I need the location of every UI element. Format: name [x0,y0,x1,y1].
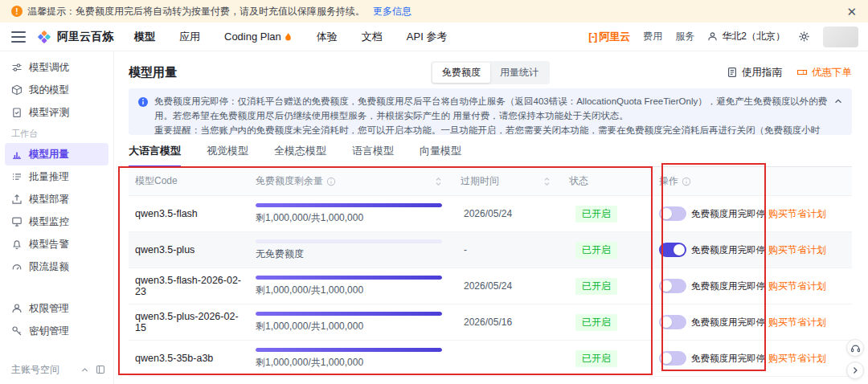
stop-on-exhaust-toggle[interactable] [659,279,686,293]
batch-list-icon [11,171,23,182]
quota-progress-bar [256,239,442,243]
stop-on-exhaust-toggle[interactable] [659,243,686,257]
chevron-up-icon[interactable] [833,96,843,106]
nav-models[interactable]: 模型 [134,30,155,44]
nav-docs[interactable]: 文档 [362,30,383,44]
header-right: [-]阿里云 费用 服务 华北2（北京） [588,27,858,47]
product-logo[interactable]: 阿里云百炼 [37,30,113,44]
nav-playground[interactable]: 体验 [317,30,338,44]
nav-api-reference[interactable]: API 参考 [407,30,448,44]
model-code: qwen3.5-plus [129,244,249,255]
view-switcher: 免费额度 用量统计 [431,61,550,84]
buy-savings-plan-link[interactable]: 购买节省计划 [768,317,826,328]
col-free-quota: 免费额度剩余量 [249,174,454,188]
service-link[interactable]: 服务 [675,30,694,43]
buy-savings-plan-link[interactable]: 购买节省计划 [768,353,826,364]
col-model-code: 模型Code [129,174,249,188]
key-icon [11,325,23,337]
support-headset-icon[interactable] [846,339,864,357]
tab-llm[interactable]: 大语言模型 [129,144,181,167]
col-status: 状态 [563,174,635,188]
page-header: 模型用量 免费额度 用量统计 使用指南 优惠下单 [129,60,852,84]
sidebar-item-rate-limit-quota[interactable]: 限流提额 [0,255,113,278]
billing-link[interactable]: 费用 [643,30,662,43]
sidebar-item-model-deployment[interactable]: 模型部署 [0,188,113,210]
tab-omni[interactable]: 全模态模型 [274,144,326,167]
collapse-panel-icon[interactable] [96,365,105,374]
aliyun-logo[interactable]: [-]阿里云 [588,30,630,44]
notice-banner: ! 温馨提示：免费额度用完后将自动转为按量付费，请及时充值以保障服务持续。 更多… [0,0,868,22]
discount-order-link[interactable]: 优惠下单 [796,66,852,80]
stop-on-exhaust-toggle[interactable] [659,206,686,221]
tab-vision[interactable]: 视觉模型 [207,144,248,167]
table-row: qwen3.5-flash-2026-02-23 剩1,000,000/共1,0… [129,268,852,304]
nav-apps[interactable]: 应用 [179,30,200,44]
tab-usage-stats[interactable]: 用量统计 [490,63,548,83]
sidebar-item-key-management[interactable]: 密钥管理 [0,320,113,342]
menu-icon[interactable] [11,31,26,43]
tab-speech[interactable]: 语言模型 [352,144,394,167]
toggle-label: 免费额度用完即停 [691,244,765,256]
toggle-label: 免费额度用完即停 [691,280,765,292]
stop-on-exhaust-toggle[interactable] [659,351,686,366]
sidebar-item-model-monitoring[interactable]: 模型监控 [0,210,113,233]
sidebar-item-model-usage[interactable]: 模型用量 [5,143,108,165]
table-row: qwen3.5-flash 剩1,000,000/共1,000,000 2026… [129,196,852,232]
chevron-up-icon[interactable] [80,366,89,374]
quota-progress-bar [256,348,442,352]
nav-coding-plan[interactable]: Coding Plan [224,31,293,43]
notice-paragraph-1: 免费额度用完即停：仅消耗平台赠送的免费额度，免费额度用尽后平台将自动停止服务（返… [154,95,828,124]
toggle-label: 免费额度用完即停 [691,208,765,220]
model-type-tabs: 大语言模型 视觉模型 全模态模型 语言模型 向量模型 [129,138,852,167]
main-nav: 模型 应用 Coding Plan 体验 文档 API 参考 [134,30,447,44]
gauge-icon [11,261,23,272]
buy-savings-plan-link[interactable]: 购买节省计划 [768,208,826,219]
person-icon [11,303,23,314]
col-expire-time: 过期时间 [454,174,563,188]
buy-savings-plan-link[interactable]: 购买节省计划 [768,280,826,292]
clipboard-check-icon [11,107,23,118]
help-info-icon[interactable] [682,177,691,186]
cube-icon [11,84,23,96]
tab-embedding[interactable]: 向量模型 [420,144,461,167]
sidebar-item-my-models[interactable]: 我的模型 [0,79,113,101]
table-row: qwen3.5-plus 无免费额度 - 已开启 免费额度用完即停 购买节省计划 [129,232,852,268]
gear-icon[interactable] [798,31,810,43]
expire-date: 2026/05/16 [454,317,563,328]
sidebar-item-model-evaluation[interactable]: 模型评测 [0,101,113,124]
user-guide-link[interactable]: 使用指南 [727,66,782,80]
expire-date: - [454,244,563,255]
info-notice: 免费额度用完即停：仅消耗平台赠送的免费额度，免费额度用尽后平台将自动停止服务（返… [129,88,852,135]
sort-icon[interactable] [542,177,551,186]
sidebar-item-model-tuning[interactable]: 模型调优 [0,56,113,79]
avatar[interactable] [823,27,858,47]
monitor-icon [11,216,23,227]
region-selector[interactable]: 华北2（北京） [707,30,785,43]
buy-savings-plan-link[interactable]: 购买节省计划 [768,244,826,255]
sort-icon[interactable] [434,177,443,186]
model-code: qwen3.5-plus-2026-02-15 [129,311,249,333]
tab-free-quota[interactable]: 免费额度 [432,63,490,83]
user-icon [707,31,718,42]
quota-remaining-text: 无免费额度 [256,247,454,261]
stop-on-exhaust-toggle[interactable] [659,315,686,329]
sidebar-footer: 主账号空间 [0,360,113,379]
status-badge: 已开启 [575,278,617,295]
page-title: 模型用量 [129,65,177,80]
model-code: qwen3.5-flash [129,208,249,219]
banner-more-link[interactable]: 更多信息 [373,5,411,18]
sidebar-item-batch-inference[interactable]: 批量推理 [0,165,113,188]
warning-icon: ! [11,6,23,17]
close-icon[interactable]: ✕ [846,6,857,18]
expire-date: 2026/05/24 [454,208,563,219]
sidebar-item-model-alerts[interactable]: 模型告警 [0,233,113,255]
deploy-icon [11,194,23,205]
table-row: qwen3.5-35b-a3b 剩1,000,000/共1,000,000 已开… [129,341,852,377]
help-info-icon[interactable] [326,177,336,186]
app-header: 阿里云百炼 模型 应用 Coding Plan 体验 文档 API 参考 [-]… [0,22,868,51]
hot-flame-icon [284,32,293,42]
chevron-right-icon[interactable] [846,362,864,379]
sidebar-item-permission-management[interactable]: 权限管理 [0,297,113,320]
status-badge: 已开启 [575,206,617,223]
model-code: qwen3.5-35b-a3b [129,353,249,364]
